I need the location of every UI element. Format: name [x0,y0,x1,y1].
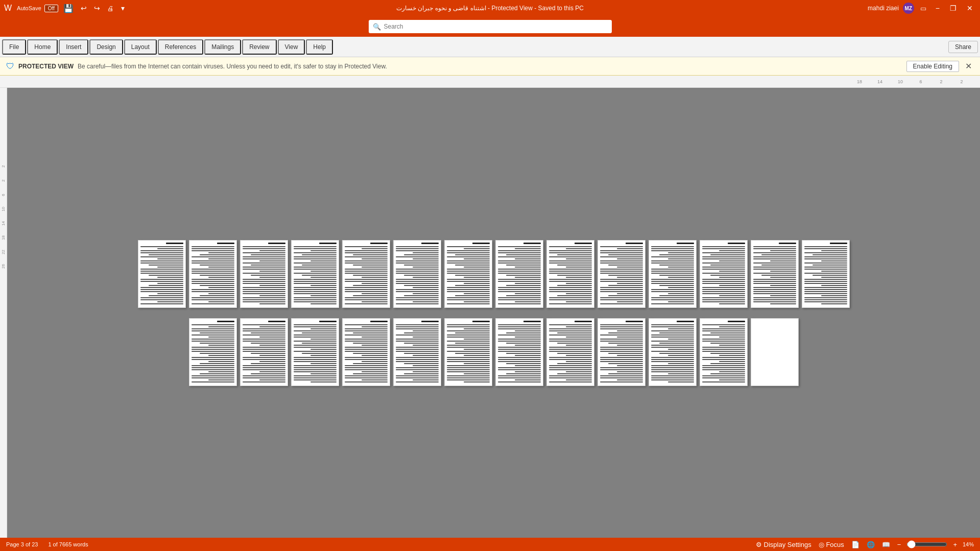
customize-qat-button[interactable]: ▾ [119,3,127,13]
page-thumb[interactable] [546,240,594,308]
display-settings-label: Display Settings [764,541,811,548]
page-thumb[interactable] [291,318,339,386]
user-name: mahdi ziaei [868,5,899,12]
v-ruler-6: 6 [1,188,6,202]
page-thumb[interactable] [393,318,441,386]
page-thumb[interactable] [342,240,390,308]
page-thumb[interactable] [495,318,543,386]
v-ruler-10: 10 [1,202,6,217]
save-button[interactable]: 💾 [61,3,76,14]
page-thumb[interactable] [751,318,799,386]
search-input[interactable] [384,23,608,30]
ribbon-display-button[interactable]: ▭ [918,4,928,13]
tab-layout[interactable]: Layout [124,39,157,55]
search-bar: 🔍 [0,16,980,37]
page-info: Page 3 of 23 [6,541,38,547]
web-layout-button[interactable]: 🌐 [865,541,876,548]
protected-view-banner: 🛡 PROTECTED VIEW Be careful—files from t… [0,57,980,76]
page-thumb[interactable] [700,240,748,308]
right-tools: ⚙ Display Settings ◎ Focus 📄 🌐 📖 − + 14% [754,540,974,548]
page-thumb[interactable] [240,240,288,308]
v-ruler-22: 22 [1,245,6,259]
v-ruler-18: 18 [1,231,6,245]
tab-view[interactable]: View [278,39,305,55]
page-thumb[interactable] [342,318,390,386]
page-thumb[interactable] [189,318,237,386]
titlebar-right: mahdi ziaei MZ ▭ − ❐ ✕ [733,0,976,16]
ruler-numbers: 18 14 10 6 2 2 [4,79,976,84]
ruler-num-10: 10 [890,79,911,84]
page-thumb[interactable] [649,318,697,386]
search-wrapper: 🔍 [369,20,612,33]
page-thumb[interactable] [444,240,492,308]
display-settings-icon: ⚙ [756,541,762,548]
v-ruler-2a: 2 [1,159,6,174]
tab-design[interactable]: Design [89,39,123,55]
enable-editing-button[interactable]: Enable Editing [906,61,959,72]
undo-button[interactable]: ↩ [79,3,89,13]
zoom-percent: 14% [963,541,974,547]
search-icon: 🔍 [373,23,381,31]
page-thumb[interactable] [291,240,339,308]
v-ruler-26: 26 [1,259,6,274]
restore-button[interactable]: ❐ [947,0,960,16]
tab-help[interactable]: Help [306,39,333,55]
banner-close-button[interactable]: ✕ [963,61,974,71]
document-area: 2 2 6 10 14 18 22 26 [0,88,980,538]
v-ruler-14: 14 [1,217,6,231]
title-bar: W AutoSave Off 💾 ↩ ↪ 🖨 ▾ اشتناه قاضی و ن… [0,0,980,16]
zoom-out-button[interactable]: − [896,541,903,548]
display-settings-button[interactable]: ⚙ Display Settings [754,541,813,548]
zoom-in-button[interactable]: + [951,541,959,548]
autosave-label: AutoSave [17,5,41,11]
page-thumb[interactable] [700,318,748,386]
tab-home[interactable]: Home [27,39,58,55]
protected-view-title: PROTECTED VIEW [18,63,74,70]
page-thumb[interactable] [597,240,646,308]
page-thumb[interactable] [546,318,594,386]
v-ruler-2b: 2 [1,174,6,188]
pages-container [128,230,860,396]
page-thumb[interactable] [444,318,492,386]
page-thumb[interactable] [751,240,799,308]
focus-label: Focus [826,541,844,548]
tab-references[interactable]: References [158,39,203,55]
ribbon: File Home Insert Design Layout Reference… [0,37,980,57]
minimize-button[interactable]: − [933,0,943,16]
vertical-ruler: 2 2 6 10 14 18 22 26 [0,88,7,538]
user-avatar[interactable]: MZ [903,3,914,14]
ruler-num-6: 6 [911,79,931,84]
word-count: 1 of 7665 words [48,541,88,547]
app-logo-icon: W [4,4,12,13]
print-layout-button[interactable]: 📄 [850,541,861,548]
page-thumb[interactable] [495,240,543,308]
page-thumb[interactable] [189,240,237,308]
tab-review[interactable]: Review [242,39,276,55]
page-thumb[interactable] [240,318,288,386]
page-thumb[interactable] [393,240,441,308]
autosave-toggle[interactable]: Off [44,5,58,12]
page-thumb[interactable] [802,240,850,308]
titlebar-left: W AutoSave Off 💾 ↩ ↪ 🖨 ▾ [4,3,247,14]
focus-icon: ◎ [819,541,824,548]
page-row-2 [189,318,799,386]
page-thumb[interactable] [138,240,186,308]
tab-insert[interactable]: Insert [59,39,88,55]
focus-button[interactable]: ◎ Focus [817,541,846,548]
top-ruler: 18 14 10 6 2 2 [0,76,980,88]
zoom-slider[interactable] [906,540,947,548]
ruler-num-2a: 2 [931,79,951,84]
share-button[interactable]: Share [948,41,978,53]
read-mode-button[interactable]: 📖 [880,541,892,548]
tab-mailings[interactable]: Mailings [204,39,241,55]
ruler-num-2b: 2 [951,79,972,84]
page-thumb[interactable] [649,240,697,308]
tab-file[interactable]: File [2,39,26,55]
close-button[interactable]: ✕ [964,0,976,16]
redo-button[interactable]: ↪ [92,3,102,13]
shield-icon: 🛡 [6,62,14,71]
page-thumb[interactable] [597,318,646,386]
protected-view-message: Be careful—files from the Internet can c… [78,63,902,70]
print-preview-button[interactable]: 🖨 [105,4,116,13]
status-bar: Page 3 of 23 1 of 7665 words ⚙ Display S… [0,538,980,551]
